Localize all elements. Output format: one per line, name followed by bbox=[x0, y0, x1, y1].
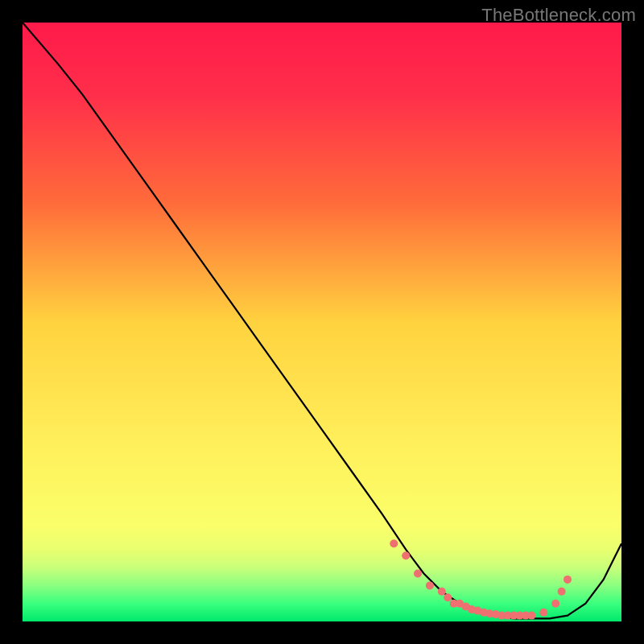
trough-dot bbox=[473, 607, 481, 615]
trough-dot bbox=[522, 612, 530, 620]
trough-dot bbox=[504, 612, 512, 620]
trough-dot bbox=[558, 588, 566, 596]
trough-dot bbox=[551, 600, 559, 608]
bottleneck-curve bbox=[23, 23, 621, 618]
trough-dot bbox=[527, 612, 535, 620]
trough-dot bbox=[539, 609, 547, 617]
trough-dot bbox=[402, 551, 410, 559]
trough-dot bbox=[485, 609, 493, 617]
trough-dot bbox=[510, 612, 518, 620]
chart-stage: TheBottleneck.com bbox=[0, 0, 644, 644]
watermark-text: TheBottleneck.com bbox=[481, 5, 636, 26]
trough-dot bbox=[438, 588, 446, 596]
trough-dot bbox=[492, 610, 500, 618]
trough-markers bbox=[390, 539, 572, 619]
trough-dot bbox=[564, 576, 572, 584]
trough-dot bbox=[444, 593, 452, 601]
trough-dot bbox=[468, 605, 476, 613]
trough-dot bbox=[497, 612, 506, 620]
trough-dot bbox=[462, 602, 470, 610]
trough-dot bbox=[456, 600, 464, 608]
trough-dot bbox=[480, 609, 488, 617]
trough-dot bbox=[516, 612, 524, 620]
trough-dot bbox=[414, 570, 422, 578]
gradient-plot-area bbox=[23, 23, 621, 621]
trough-dot bbox=[450, 600, 458, 608]
trough-dot bbox=[426, 581, 434, 589]
trough-dot bbox=[390, 539, 398, 547]
curve-layer bbox=[23, 23, 621, 621]
